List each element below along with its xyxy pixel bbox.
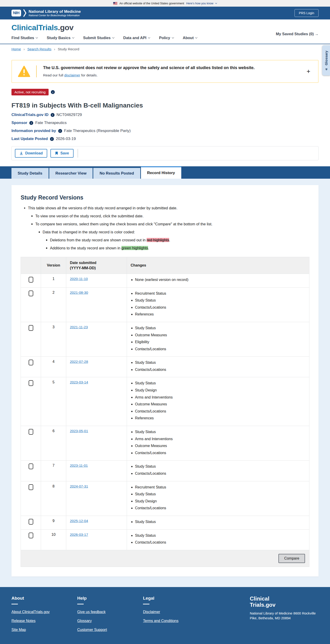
version-checkbox[interactable] xyxy=(29,429,33,435)
chevron-down-icon xyxy=(112,36,114,39)
version-row: 8 2024-07-31 Recruitment StatusStudy Sta… xyxy=(21,481,309,516)
compare-button[interactable]: Compare xyxy=(278,554,305,563)
version-checkbox[interactable] xyxy=(29,484,33,490)
version-number: 8 xyxy=(41,481,66,516)
changes-list: None (earliest version on record) xyxy=(131,277,305,282)
nav-menu-item[interactable]: About xyxy=(183,36,197,40)
change-item: Study Status xyxy=(135,533,305,538)
government-disclaimer-banner: The U.S. government does not review or a… xyxy=(12,60,318,83)
version-checkbox[interactable] xyxy=(29,380,33,386)
tab-no-results-posted[interactable]: No Results Posted xyxy=(93,168,140,179)
nih-logo-icon: NIH xyxy=(12,10,21,16)
collapse-icon: « xyxy=(324,68,329,70)
version-checkbox[interactable] xyxy=(29,290,33,296)
change-item: Arms and Interventions xyxy=(135,395,305,400)
version-checkbox[interactable] xyxy=(29,325,33,331)
version-date-link[interactable]: 2026-03-17 xyxy=(70,532,88,536)
changes-list: Study Status xyxy=(131,519,305,524)
changes-list: Study StatusOutcome MeasuresEligibilityC… xyxy=(131,326,305,352)
footer-column: Legal DisclaimerTerms and Conditions xyxy=(143,596,209,637)
version-checkbox[interactable] xyxy=(29,464,33,469)
version-number: 5 xyxy=(41,377,66,426)
org-name: National Library of Medicine xyxy=(29,10,81,14)
tab-record-history[interactable]: Record History xyxy=(141,166,181,179)
version-number: 2 xyxy=(41,287,66,322)
glossary-side-tab[interactable]: « Glossary xyxy=(322,45,330,76)
nav-menu-item[interactable]: Study Basics xyxy=(47,36,74,40)
footer-link[interactable]: Glossary xyxy=(77,619,92,623)
breadcrumb: Home › Search Results › Study Record xyxy=(12,44,318,54)
footer-link[interactable]: Release Notes xyxy=(12,619,36,623)
nih-logo-chevron-icon xyxy=(23,9,26,17)
change-item: Study Design xyxy=(135,499,305,504)
info-icon[interactable]: i xyxy=(51,113,55,117)
version-date-link[interactable]: 2022-07-28 xyxy=(70,360,88,364)
footer-link[interactable]: Disclaimer xyxy=(143,610,160,614)
how-you-know-link[interactable]: Here’s how you know xyxy=(186,2,213,5)
version-date-link[interactable]: 2023-03-14 xyxy=(70,380,88,384)
disclaimer-link[interactable]: disclaimer xyxy=(64,73,80,77)
tab-researcher-view[interactable]: Researcher View xyxy=(49,168,93,179)
change-item: Arms and Interventions xyxy=(135,436,305,442)
footer-column-heading: Help xyxy=(77,596,143,604)
version-number: 10 xyxy=(41,530,66,550)
study-meta-row: ClinicalTrials.gov ID i NCT04629729 xyxy=(12,112,318,117)
footer-link[interactable]: Terms and Conditions xyxy=(143,619,179,623)
meta-value: 2026-03-19 xyxy=(56,136,76,141)
version-checkbox[interactable] xyxy=(29,360,33,365)
expand-banner-button[interactable]: + xyxy=(305,68,312,75)
record-history-section: Study Record Versions This table shows a… xyxy=(0,179,330,587)
version-date-link[interactable]: 2025-12-04 xyxy=(70,519,88,523)
version-date-link[interactable]: 2021-11-23 xyxy=(70,325,88,329)
version-date-link[interactable]: 2021-08-30 xyxy=(70,290,88,294)
chevron-down-icon xyxy=(148,36,150,39)
footer-link[interactable]: Customer Support xyxy=(77,628,107,632)
study-title: FT819 in Subjects With B-cell Malignanci… xyxy=(12,102,318,109)
main-nav: Find Studies Study Basics Submit Studies… xyxy=(12,36,318,44)
info-icon[interactable]: i xyxy=(58,129,62,133)
footer-link[interactable]: Give us feedback xyxy=(77,610,106,614)
site-footer: About About ClinicalTrials.govRelease No… xyxy=(0,587,330,644)
checkbox-column-header xyxy=(21,257,41,274)
change-item: Study Status xyxy=(135,326,305,330)
info-icon[interactable]: i xyxy=(51,90,55,94)
version-date-link[interactable]: 2024-07-31 xyxy=(70,484,88,488)
save-button[interactable]: Save xyxy=(50,149,73,158)
version-number: 7 xyxy=(41,460,66,481)
versions-table: Version Date submitted (YYYY-MM-DD) Chan… xyxy=(21,257,309,567)
version-date-link[interactable]: 2020-11-10 xyxy=(70,277,88,281)
version-checkbox[interactable] xyxy=(29,532,33,538)
version-row: 3 2021-11-23 Study StatusOutcome Measure… xyxy=(21,322,309,356)
nav-menu-item[interactable]: Submit Studies xyxy=(83,36,114,40)
version-row: 2 2021-08-30 Recruitment StatusStudy Sta… xyxy=(21,287,309,322)
version-date-link[interactable]: 2023-11-01 xyxy=(70,464,88,468)
info-icon[interactable]: i xyxy=(29,121,33,125)
clinicaltrials-logo[interactable]: ClinicalTrials.gov xyxy=(12,23,318,32)
nlm-logo[interactable]: NIH National Library of Medicine Nationa… xyxy=(12,9,81,17)
breadcrumb-search-results[interactable]: Search Results xyxy=(27,47,51,51)
change-item: None (earliest version on record) xyxy=(135,277,305,282)
tab-study-details[interactable]: Study Details xyxy=(12,168,49,179)
us-gov-banner: An official website of the United States… xyxy=(0,0,330,7)
version-checkbox[interactable] xyxy=(29,519,33,524)
version-date-link[interactable]: 2023-05-01 xyxy=(70,429,88,433)
prs-login-button[interactable]: PRS Login xyxy=(294,9,318,17)
nav-menu-item[interactable]: Find Studies xyxy=(12,36,38,40)
chevron-down-icon xyxy=(72,36,74,39)
versions-notes: This table shows all the versions of thi… xyxy=(21,206,309,251)
footer-link[interactable]: About ClinicalTrials.gov xyxy=(12,610,50,614)
changes-list: Study StatusContacts/Locations xyxy=(131,533,305,545)
download-button[interactable]: Download xyxy=(15,149,47,158)
info-icon[interactable]: i xyxy=(50,137,54,141)
change-item: Recruitment Status xyxy=(135,485,305,490)
breadcrumb-home[interactable]: Home xyxy=(12,47,21,51)
nav-menu-item[interactable]: Policy xyxy=(159,36,174,40)
nav-menu-item[interactable]: Data and API xyxy=(123,36,150,40)
org-subtitle: National Center for Biotechnology Inform… xyxy=(29,14,81,17)
change-item: Study Status xyxy=(135,519,305,524)
footer-link[interactable]: Site Map xyxy=(12,628,26,632)
my-saved-studies-link[interactable]: My Saved Studies (0) → xyxy=(276,32,318,36)
version-checkbox[interactable] xyxy=(29,277,33,282)
change-item: Study Status xyxy=(135,381,305,386)
study-meta: ClinicalTrials.gov ID i NCT04629729 Spon… xyxy=(12,112,318,141)
